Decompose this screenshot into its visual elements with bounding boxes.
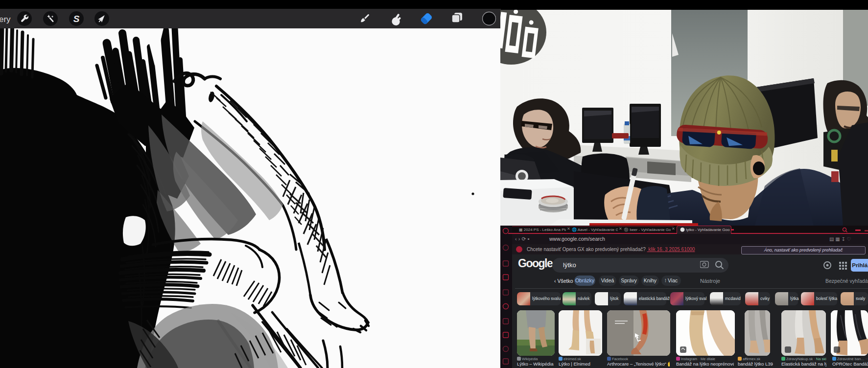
svg-text:S: S — [73, 14, 80, 24]
svg-text:ery: ery — [0, 15, 11, 24]
